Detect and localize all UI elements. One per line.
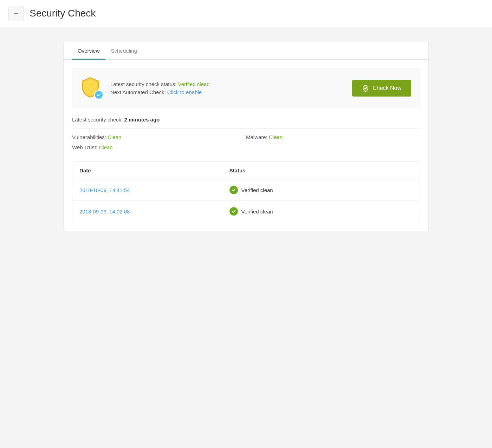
latest-check-line: Latest security check: 2 minutes ago: [72, 117, 420, 123]
row-date-2[interactable]: 2018-09-03, 14:02:08: [79, 209, 229, 215]
malware-value: Clean: [269, 134, 283, 140]
row-status-2: Verified clean: [229, 207, 413, 216]
table-header: Date Status: [72, 162, 420, 179]
page-title: Security Check: [30, 8, 96, 19]
row-date-1[interactable]: 2018-10-09, 14:41:54: [79, 187, 229, 193]
tab-overview[interactable]: Overview: [72, 41, 105, 60]
tab-bar: Overview Scheduling: [64, 41, 428, 60]
shield-icon-wrap: [81, 77, 103, 99]
verified-clean-badge: Verified clean: [178, 81, 210, 87]
history-table: Date Status 2018-10-09, 14:41:54 Verifie…: [72, 162, 420, 222]
latest-check-time: 2 minutes ago: [124, 117, 160, 123]
row-status-text-2: Verified clean: [241, 209, 273, 215]
history-table-wrap: Date Status 2018-10-09, 14:41:54 Verifie…: [72, 162, 420, 222]
row-status-1: Verified clean: [229, 186, 413, 194]
metric-malware: Malware: Clean: [246, 134, 420, 140]
column-header-status: Status: [229, 167, 413, 173]
web-trust-value: Clean: [99, 144, 112, 150]
check-now-button[interactable]: Check Now: [352, 80, 411, 97]
status-left: Latest security check status: Verified c…: [81, 77, 210, 99]
metrics-section: Vulnerabilities: Clean Malware: Clean We…: [72, 134, 420, 150]
main-card: Overview Scheduling: [63, 41, 429, 231]
next-check-line: Next Automated Check: Click to enable: [110, 89, 210, 95]
row-status-text-1: Verified clean: [241, 187, 273, 193]
metric-web-trust: Web Trust: Clean: [72, 144, 246, 150]
check-now-label: Check Now: [373, 85, 401, 91]
status-text: Latest security check status: Verified c…: [110, 81, 210, 95]
page-header: ← Security Check: [0, 0, 492, 27]
vulnerabilities-value: Clean: [108, 134, 121, 140]
verified-icon-2: [229, 207, 238, 216]
latest-status-line: Latest security check status: Verified c…: [110, 81, 210, 87]
click-to-enable-link[interactable]: Click to enable: [167, 89, 202, 95]
back-arrow-icon: ←: [13, 10, 19, 17]
metric-vulnerabilities: Vulnerabilities: Clean: [72, 134, 246, 140]
tab-scheduling[interactable]: Scheduling: [105, 41, 143, 60]
status-section: Latest security check status: Verified c…: [72, 68, 420, 108]
tab-content-overview: Latest security check status: Verified c…: [64, 60, 428, 231]
table-row: 2018-09-03, 14:02:08 Verified clean: [72, 201, 420, 222]
verified-icon-1: [229, 186, 238, 194]
main-content: Overview Scheduling: [0, 27, 492, 245]
check-badge-icon: [94, 90, 103, 99]
divider: [72, 128, 420, 129]
column-header-date: Date: [79, 167, 229, 173]
back-button[interactable]: ←: [8, 6, 24, 21]
shield-check-button-icon: [362, 85, 369, 92]
table-row: 2018-10-09, 14:41:54 Verified clean: [72, 179, 420, 201]
